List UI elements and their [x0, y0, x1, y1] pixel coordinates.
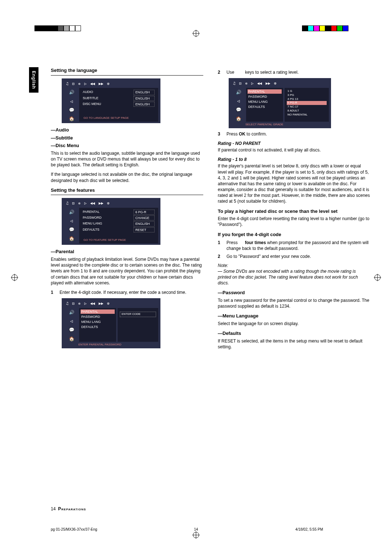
para-language-desc: This is to select the audio language, su…	[51, 150, 203, 168]
heading-setting-features: Setting the features	[51, 187, 203, 195]
para-rating-1-8: If the player's parental level is set be…	[218, 163, 370, 204]
heading-menu-language: —Menu Language	[218, 313, 370, 319]
heading-rating-noparent: Rating - NO PARENT	[218, 141, 370, 146]
step-forget-1: 1 Press four times when prompted for the…	[218, 240, 370, 251]
para-menu-language: Select the language for on screen displa…	[218, 321, 370, 327]
crop-mark-right	[374, 274, 381, 281]
heading-forget-code: If you forget the 4-digit code	[218, 231, 370, 238]
para-language-fallback: If the language selected is not availabl…	[51, 171, 203, 183]
note: Note: — Some DVDs are not encoded with a…	[218, 263, 370, 286]
print-date: 4/18/02, 5:55 PM	[295, 527, 323, 531]
heading-disc-menu: —Disc Menu	[51, 142, 203, 149]
heading-rating-1-8: Rating - 1 to 8	[218, 157, 370, 162]
regmarks-right	[302, 25, 348, 31]
osd-rating-select: ♫⊡✲▷◀◀▶▶⊚ 🔊◁💬🏠 PARENTAL PASSWORD MENU LA…	[229, 78, 331, 128]
print-file: pg 01-25/MX36-37xx/37-Eng	[51, 527, 97, 531]
heading-setting-language: Setting the language	[51, 67, 203, 76]
step-press-ok: 3 Press OK to confirm.	[218, 131, 370, 137]
heading-password: —Password	[218, 289, 370, 296]
step-enter-code: 1 Enter the 4-digit code. If necessary, …	[51, 289, 203, 295]
step-forget-2: 2 Go to "Password" and enter your new co…	[218, 254, 370, 259]
page-content: Setting the language ♫⊡✲▷◀◀▶▶⊚ 🔊◁💬🏠 AUDI…	[51, 67, 370, 353]
right-column: 2 Use keys to select a rating level. ♫⊡✲…	[218, 67, 370, 353]
regmarks-left	[34, 25, 81, 31]
osd-feature-setup: ♫⊡✲▷◀◀▶▶⊚ 🔊◁💬🏠 PARENTAL6 PG-R PASSWORDCH…	[62, 198, 160, 245]
heading-audio: —Audio	[51, 127, 203, 133]
para-password: To set a new password for the parental c…	[218, 297, 370, 309]
step-select-rating: 2 Use keys to select a rating level.	[218, 69, 370, 75]
page-footer: 14 Preparations	[51, 506, 86, 511]
print-slug-line: pg 01-25/MX36-37xx/37-Eng 14 4/18/02, 5:…	[51, 527, 341, 531]
heading-play-higher: To play a higher rated disc or scene tha…	[218, 208, 370, 215]
manual-page: English Setting the language ♫⊡✲▷◀◀▶▶⊚ 🔊…	[0, 0, 392, 555]
print-page: 14	[194, 527, 198, 531]
language-tab: English	[29, 67, 38, 93]
osd-language-setup: ♫⊡✲▷◀◀▶▶⊚ 🔊◁💬🏠 AUDIOENGLISH SUBTITLEENGL…	[62, 78, 160, 123]
para-defaults: If RESET is selected, all the items in t…	[218, 338, 370, 350]
crop-mark-left	[11, 274, 18, 281]
para-play-higher: Enter the 4-digit cord before resetting …	[218, 216, 370, 227]
heading-parental: —Parental	[51, 248, 203, 255]
crop-mark-bottom	[192, 531, 200, 539]
heading-subtitle: —Subtitle	[51, 135, 203, 141]
para-noparent: If parental control is not activated, it…	[218, 147, 370, 153]
osd-parental-password: ♫⊡✲▷◀◀▶▶⊚ 🔊◁💬🏠 PARENTAL PASSWORD MENU LA…	[62, 298, 160, 348]
crop-mark-top	[192, 30, 200, 37]
heading-defaults: —Defaults	[218, 330, 370, 337]
para-parental: Enables setting of playback limitation l…	[51, 256, 203, 286]
left-column: Setting the language ♫⊡✲▷◀◀▶▶⊚ 🔊◁💬🏠 AUDI…	[51, 67, 203, 353]
